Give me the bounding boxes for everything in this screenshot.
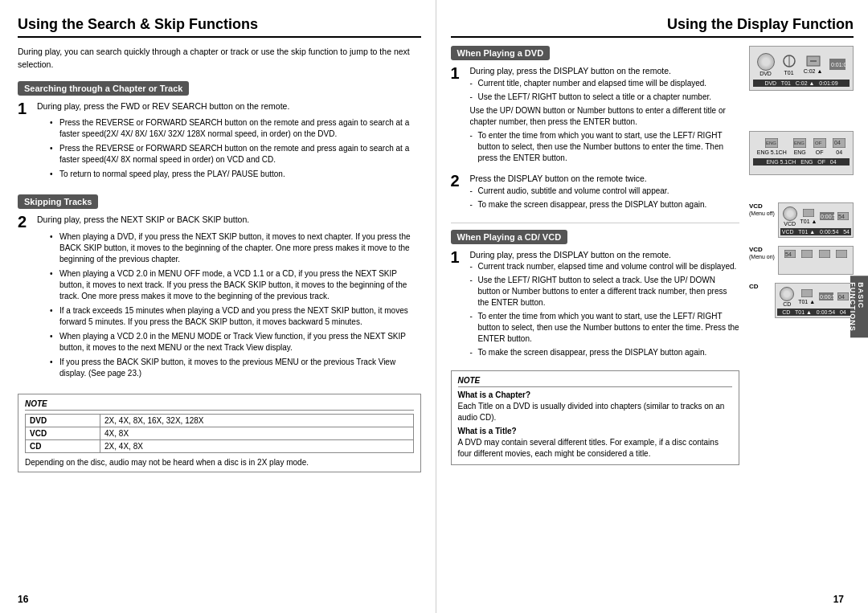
what-is-chapter-a: Each Title on a DVD is usually divided i… xyxy=(458,401,733,423)
step2: 2 During play, press the NEXT SKIP or BA… xyxy=(18,214,421,384)
what-is-title-a: A DVD may contain several different titl… xyxy=(458,437,733,460)
svg-text:54: 54 xyxy=(838,214,845,219)
dvd-step2-content: Press the DISPLAY button on the remote t… xyxy=(470,173,740,213)
dvd-step2-bullet: To make the screen disappear, press the … xyxy=(470,199,740,210)
table-cell-label: CD xyxy=(26,440,100,453)
step2-text: During play, press the NEXT SKIP or BACK… xyxy=(37,215,249,224)
step1: 1 During play, press the FWD or REV SEAR… xyxy=(18,100,421,186)
table-row: CD 2X, 4X, 8X xyxy=(26,440,414,453)
section-skipping: Skipping Tracks 2 During play, press the… xyxy=(18,194,421,384)
right-page-header: Using the Display Function xyxy=(451,16,854,38)
bullet-item: Press the REVERSE or FORWARD SEARCH butt… xyxy=(50,143,421,166)
right-images-col: DVD T01 C:02 ▲ 0:01:09 xyxy=(749,46,854,465)
bullet-item: To return to normal speed play, press th… xyxy=(50,169,421,180)
section-searching: Searching through a Chapter or Track 1 D… xyxy=(18,81,421,186)
table-cell-value: 2X, 4X, 8X, 16X, 32X, 128X xyxy=(100,415,413,427)
bullet-item: If you press the BACK SKIP button, it mo… xyxy=(50,357,421,379)
note-table: DVD 2X, 4X, 8X, 16X, 32X, 128X VCD 4X, 8… xyxy=(25,414,414,453)
cd-bullet: Use the LEFT/ RIGHT button to select a t… xyxy=(470,275,740,309)
right-note-title: NOTE xyxy=(458,376,733,387)
page-number-right: 17 xyxy=(833,594,844,605)
svg-rect-22 xyxy=(819,250,830,258)
section2-bullets: When playing a DVD, if you press the NEX… xyxy=(50,231,421,379)
svg-text:04: 04 xyxy=(834,140,841,145)
section1-bullets: Press the REVERSE or FORWARD SEARCH butt… xyxy=(50,117,421,180)
cd-bullet-final: To make the screen disappear, press the … xyxy=(470,347,740,358)
cd-step1-text: During play, press the DISPLAY button on… xyxy=(470,250,671,260)
left-intro-text: During play, you can search quickly thro… xyxy=(18,46,421,72)
section-dvd: When Playing a DVD 1 During play, press … xyxy=(451,46,740,213)
dvd-bullet: Use the LEFT/ RIGHT button to select a t… xyxy=(470,92,740,103)
svg-text:0:00:54: 0:00:54 xyxy=(820,294,833,300)
section-cd-title: When Playing a CD/ VCD xyxy=(451,230,568,244)
section2-title: Skipping Tracks xyxy=(18,194,98,209)
svg-rect-21 xyxy=(801,250,813,258)
bullet-item: If a track exceeds 15 minutes when playi… xyxy=(50,305,421,328)
dvd-step2-bullet: Current audio, subtitle and volume contr… xyxy=(470,186,740,197)
section1-title: Searching through a Chapter or Track xyxy=(18,81,189,96)
svg-rect-24 xyxy=(801,289,813,297)
table-row: VCD 4X, 8X xyxy=(26,427,414,440)
step2-number: 2 xyxy=(18,214,32,384)
what-is-title-q: What is a Title? xyxy=(458,427,733,435)
table-cell-label: DVD xyxy=(26,415,100,427)
dvd-display-image-1: DVD T01 C:02 ▲ 0:01:09 xyxy=(749,46,854,91)
svg-text:ENG: ENG xyxy=(766,141,776,145)
cd-step1: 1 During play, press the DISPLAY button … xyxy=(451,249,740,362)
svg-text:OF: OF xyxy=(815,141,822,145)
step1-content: During play, press the FWD or REV SEARCH… xyxy=(37,100,421,186)
right-two-col: When Playing a DVD 1 During play, press … xyxy=(451,46,854,465)
table-row: DVD 2X, 4X, 8X, 16X, 32X, 128X xyxy=(26,415,414,427)
dvd-bullet: Current title, chapter number and elapse… xyxy=(470,78,740,89)
bullet-item: When playing a VCD 2.0 in the MENU MODE … xyxy=(50,331,421,353)
note-text: Depending on the disc, audio may not be … xyxy=(25,458,414,467)
svg-rect-14 xyxy=(803,209,814,217)
svg-rect-23 xyxy=(836,250,847,258)
vcd-images: VCD(Menu off) VCD T01 ▲ xyxy=(749,202,854,323)
note-title: NOTE xyxy=(25,399,414,411)
section-dvd-title: When Playing a DVD xyxy=(451,46,551,60)
dvd-step1-text: During play, press the DISPLAY button on… xyxy=(470,66,671,76)
page-container: Using the Search & Skip Functions During… xyxy=(0,0,868,613)
table-cell-value: 2X, 4X, 8X xyxy=(100,440,413,453)
right-note-box: NOTE What is a Chapter? Each Title on a … xyxy=(451,370,740,465)
table-cell-label: VCD xyxy=(26,427,100,440)
left-page-header: Using the Search & Skip Functions xyxy=(18,16,421,38)
dvd-step1-content: During play, press the DISPLAY button on… xyxy=(470,65,740,166)
left-note-box: NOTE DVD 2X, 4X, 8X, 16X, 32X, 128X VCD … xyxy=(18,394,421,472)
svg-text:0:01:09: 0:01:09 xyxy=(831,62,845,67)
side-tab: BASICFUNCTIONS xyxy=(850,276,868,338)
table-cell-value: 4X, 8X xyxy=(100,427,413,440)
left-page: Using the Search & Skip Functions During… xyxy=(0,0,436,613)
dvd-step2-text: Press the DISPLAY button on the remote t… xyxy=(470,174,647,183)
cd-step1-content: During play, press the DISPLAY button on… xyxy=(470,249,740,362)
dvd-display-image-2: ENG ENG 5.1CH ENG ENG OF OF 04 xyxy=(749,131,854,175)
bullet-item: Press the REVERSE or FORWARD SEARCH butt… xyxy=(50,117,421,140)
cd-bullet: Current track number, elapsed time and v… xyxy=(470,261,740,272)
dvd-step1: 1 During play, press the DISPLAY button … xyxy=(451,65,740,166)
step1-number: 1 xyxy=(18,100,32,186)
page-number-left: 16 xyxy=(18,594,28,605)
dvd-bullet-extra: Use the UP/ DOWN button or Number button… xyxy=(470,105,740,128)
right-main-col: When Playing a DVD 1 During play, press … xyxy=(451,46,740,465)
bullet-item: When playing a DVD, if you press the NEX… xyxy=(50,231,421,265)
bullet-item: When playing a VCD 2.0 in MENU OFF mode,… xyxy=(50,268,421,302)
dvd-bullet: To enter the time from which you want to… xyxy=(470,130,740,164)
svg-text:54: 54 xyxy=(785,251,792,257)
what-is-chapter-q: What is a Chapter? xyxy=(458,390,733,399)
step2-content: During play, press the NEXT SKIP or BACK… xyxy=(37,214,421,384)
cd-bullet: To enter the time from which you want to… xyxy=(470,311,740,345)
svg-text:04: 04 xyxy=(838,294,845,300)
dvd-step2: 2 Press the DISPLAY button on the remote… xyxy=(451,173,740,213)
dvd-step1-num: 1 xyxy=(451,65,465,166)
cd-step1-num: 1 xyxy=(451,249,465,362)
dvd-step2-num: 2 xyxy=(451,173,465,213)
svg-text:ENG: ENG xyxy=(794,141,805,145)
section-cd: When Playing a CD/ VCD 1 During play, pr… xyxy=(451,230,740,362)
svg-text:0:00:54: 0:00:54 xyxy=(821,214,834,219)
separator xyxy=(451,223,740,223)
step1-text: During play, press the FWD or REV SEARCH… xyxy=(37,101,289,111)
right-page: Using the Display Function When Playing … xyxy=(436,0,869,613)
